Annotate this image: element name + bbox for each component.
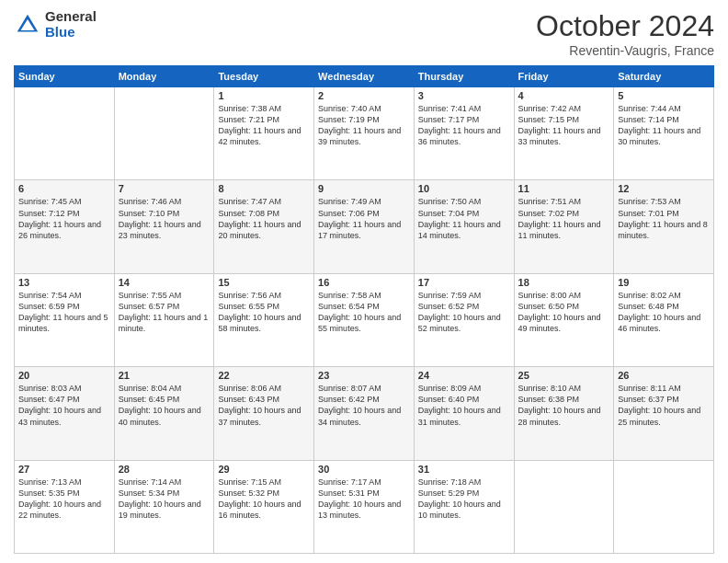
day-number: 1 — [218, 90, 310, 101]
day-info: Sunrise: 8:00 AMSunset: 6:50 PMDaylight:… — [518, 290, 610, 335]
day-number: 8 — [218, 183, 310, 194]
table-row: 17Sunrise: 7:59 AMSunset: 6:52 PMDayligh… — [414, 273, 514, 366]
day-info: Sunrise: 8:11 AMSunset: 6:37 PMDaylight:… — [618, 383, 710, 428]
table-row — [614, 460, 714, 553]
day-info: Sunrise: 7:58 AMSunset: 6:54 PMDaylight:… — [318, 290, 410, 335]
table-row: 18Sunrise: 8:00 AMSunset: 6:50 PMDayligh… — [514, 273, 614, 366]
col-tuesday: Tuesday — [214, 66, 314, 87]
table-row: 24Sunrise: 8:09 AMSunset: 6:40 PMDayligh… — [414, 367, 514, 460]
calendar-header-row: Sunday Monday Tuesday Wednesday Thursday… — [15, 66, 714, 87]
day-number: 13 — [18, 277, 110, 288]
table-row: 23Sunrise: 8:07 AMSunset: 6:42 PMDayligh… — [314, 367, 415, 460]
calendar-week-row: 27Sunrise: 7:13 AMSunset: 5:35 PMDayligh… — [15, 460, 714, 553]
day-number: 28 — [119, 464, 210, 475]
day-info: Sunrise: 7:14 AMSunset: 5:34 PMDaylight:… — [119, 477, 210, 522]
day-info: Sunrise: 7:56 AMSunset: 6:55 PMDaylight:… — [218, 290, 310, 335]
page: General Blue October 2024 Reventin-Vaugr… — [0, 0, 728, 563]
day-number: 7 — [119, 183, 210, 194]
table-row: 19Sunrise: 8:02 AMSunset: 6:48 PMDayligh… — [614, 273, 714, 366]
title-block: October 2024 Reventin-Vaugris, France — [536, 9, 714, 58]
table-row: 3Sunrise: 7:41 AMSunset: 7:17 PMDaylight… — [414, 87, 514, 180]
table-row: 2Sunrise: 7:40 AMSunset: 7:19 PMDaylight… — [314, 87, 415, 180]
table-row: 31Sunrise: 7:18 AMSunset: 5:29 PMDayligh… — [414, 460, 514, 553]
calendar-week-row: 6Sunrise: 7:45 AMSunset: 7:12 PMDaylight… — [15, 180, 714, 273]
day-info: Sunrise: 7:54 AMSunset: 6:59 PMDaylight:… — [18, 290, 110, 335]
table-row — [114, 87, 214, 180]
header: General Blue October 2024 Reventin-Vaugr… — [14, 9, 714, 58]
table-row: 12Sunrise: 7:53 AMSunset: 7:01 PMDayligh… — [614, 180, 714, 273]
day-number: 15 — [218, 277, 310, 288]
day-info: Sunrise: 7:53 AMSunset: 7:01 PMDaylight:… — [618, 196, 710, 241]
calendar-week-row: 20Sunrise: 8:03 AMSunset: 6:47 PMDayligh… — [15, 367, 714, 460]
day-info: Sunrise: 7:59 AMSunset: 6:52 PMDaylight:… — [418, 290, 510, 335]
day-info: Sunrise: 8:03 AMSunset: 6:47 PMDaylight:… — [18, 383, 110, 428]
day-number: 23 — [318, 370, 410, 381]
calendar-week-row: 1Sunrise: 7:38 AMSunset: 7:21 PMDaylight… — [15, 87, 714, 180]
logo-general: General — [45, 9, 97, 25]
day-number: 14 — [119, 277, 210, 288]
col-saturday: Saturday — [614, 66, 714, 87]
day-number: 2 — [318, 90, 410, 101]
table-row: 13Sunrise: 7:54 AMSunset: 6:59 PMDayligh… — [15, 273, 115, 366]
table-row: 8Sunrise: 7:47 AMSunset: 7:08 PMDaylight… — [214, 180, 314, 273]
col-wednesday: Wednesday — [314, 66, 415, 87]
table-row: 15Sunrise: 7:56 AMSunset: 6:55 PMDayligh… — [214, 273, 314, 366]
table-row: 29Sunrise: 7:15 AMSunset: 5:32 PMDayligh… — [214, 460, 314, 553]
table-row: 20Sunrise: 8:03 AMSunset: 6:47 PMDayligh… — [15, 367, 115, 460]
day-info: Sunrise: 7:17 AMSunset: 5:31 PMDaylight:… — [318, 477, 410, 522]
day-number: 16 — [318, 277, 410, 288]
table-row: 7Sunrise: 7:46 AMSunset: 7:10 PMDaylight… — [114, 180, 214, 273]
day-number: 20 — [18, 370, 110, 381]
day-number: 29 — [218, 464, 310, 475]
day-number: 25 — [518, 370, 610, 381]
main-title: October 2024 — [536, 9, 714, 43]
table-row — [514, 460, 614, 553]
day-number: 5 — [618, 90, 710, 101]
day-number: 12 — [618, 183, 710, 194]
day-info: Sunrise: 8:04 AMSunset: 6:45 PMDaylight:… — [119, 383, 210, 428]
table-row: 28Sunrise: 7:14 AMSunset: 5:34 PMDayligh… — [114, 460, 214, 553]
logo: General Blue — [14, 9, 97, 40]
day-number: 24 — [418, 370, 510, 381]
calendar-table: Sunday Monday Tuesday Wednesday Thursday… — [14, 65, 714, 554]
day-number: 10 — [418, 183, 510, 194]
day-info: Sunrise: 7:51 AMSunset: 7:02 PMDaylight:… — [518, 196, 610, 241]
day-info: Sunrise: 7:40 AMSunset: 7:19 PMDaylight:… — [318, 103, 410, 148]
day-info: Sunrise: 7:42 AMSunset: 7:15 PMDaylight:… — [518, 103, 610, 148]
day-number: 9 — [318, 183, 410, 194]
day-number: 6 — [18, 183, 110, 194]
table-row: 11Sunrise: 7:51 AMSunset: 7:02 PMDayligh… — [514, 180, 614, 273]
day-number: 17 — [418, 277, 510, 288]
day-info: Sunrise: 7:13 AMSunset: 5:35 PMDaylight:… — [18, 477, 110, 522]
day-number: 31 — [418, 464, 510, 475]
col-thursday: Thursday — [414, 66, 514, 87]
table-row: 25Sunrise: 8:10 AMSunset: 6:38 PMDayligh… — [514, 367, 614, 460]
table-row: 16Sunrise: 7:58 AMSunset: 6:54 PMDayligh… — [314, 273, 415, 366]
logo-icon — [14, 11, 41, 39]
calendar-week-row: 13Sunrise: 7:54 AMSunset: 6:59 PMDayligh… — [15, 273, 714, 366]
col-friday: Friday — [514, 66, 614, 87]
table-row: 5Sunrise: 7:44 AMSunset: 7:14 PMDaylight… — [614, 87, 714, 180]
day-info: Sunrise: 8:10 AMSunset: 6:38 PMDaylight:… — [518, 383, 610, 428]
table-row: 26Sunrise: 8:11 AMSunset: 6:37 PMDayligh… — [614, 367, 714, 460]
day-info: Sunrise: 7:41 AMSunset: 7:17 PMDaylight:… — [418, 103, 510, 148]
day-number: 27 — [18, 464, 110, 475]
day-info: Sunrise: 8:07 AMSunset: 6:42 PMDaylight:… — [318, 383, 410, 428]
day-number: 3 — [418, 90, 510, 101]
day-info: Sunrise: 7:50 AMSunset: 7:04 PMDaylight:… — [418, 196, 510, 241]
day-info: Sunrise: 8:09 AMSunset: 6:40 PMDaylight:… — [418, 383, 510, 428]
logo-text: General Blue — [45, 9, 97, 40]
day-number: 4 — [518, 90, 610, 101]
day-info: Sunrise: 7:49 AMSunset: 7:06 PMDaylight:… — [318, 196, 410, 241]
day-info: Sunrise: 7:47 AMSunset: 7:08 PMDaylight:… — [218, 196, 310, 241]
table-row: 14Sunrise: 7:55 AMSunset: 6:57 PMDayligh… — [114, 273, 214, 366]
day-info: Sunrise: 7:15 AMSunset: 5:32 PMDaylight:… — [218, 477, 310, 522]
table-row: 30Sunrise: 7:17 AMSunset: 5:31 PMDayligh… — [314, 460, 415, 553]
table-row: 6Sunrise: 7:45 AMSunset: 7:12 PMDaylight… — [15, 180, 115, 273]
day-number: 19 — [618, 277, 710, 288]
day-number: 30 — [318, 464, 410, 475]
table-row: 27Sunrise: 7:13 AMSunset: 5:35 PMDayligh… — [15, 460, 115, 553]
day-number: 18 — [518, 277, 610, 288]
subtitle: Reventin-Vaugris, France — [536, 43, 714, 58]
day-info: Sunrise: 7:55 AMSunset: 6:57 PMDaylight:… — [119, 290, 210, 335]
